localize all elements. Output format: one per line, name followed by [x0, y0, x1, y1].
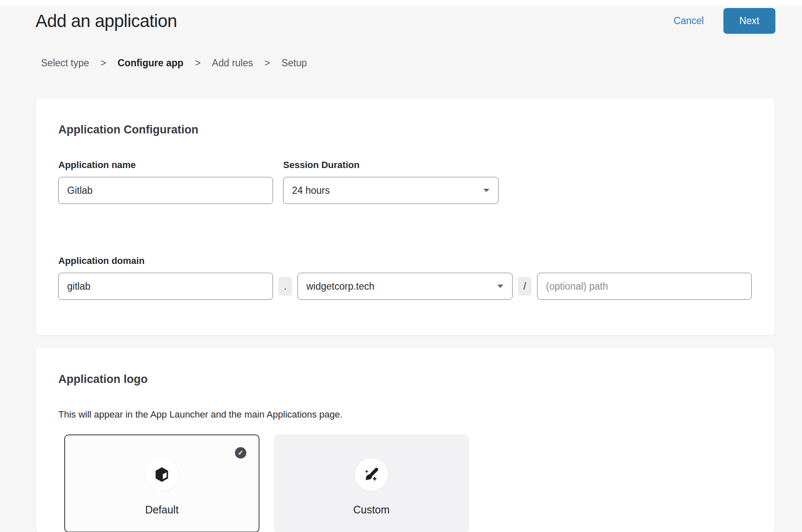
- session-duration-select[interactable]: 24 hours: [283, 177, 499, 204]
- page-title: Add an application: [35, 11, 177, 31]
- cancel-button[interactable]: Cancel: [674, 15, 704, 27]
- session-duration-value: 24 hours: [292, 185, 330, 196]
- application-name-input[interactable]: [58, 177, 273, 204]
- application-configuration-card: Application Configuration Application na…: [35, 98, 775, 336]
- application-logo-card: Application logo This will appear in the…: [35, 347, 775, 532]
- selected-check-icon: ✓: [235, 447, 246, 459]
- breadcrumb-separator: >: [101, 57, 106, 69]
- breadcrumb-step-setup[interactable]: Setup: [281, 57, 307, 69]
- application-domain-row: . widgetcorp.tech /: [58, 266, 753, 300]
- paintbrush-icon: [363, 466, 380, 483]
- chevron-down-icon: [497, 284, 504, 288]
- custom-logo-circle: [355, 458, 388, 491]
- domain-select-value: widgetcorp.tech: [306, 281, 374, 292]
- cube-icon: [153, 466, 171, 483]
- slash-separator: /: [518, 277, 532, 296]
- path-input[interactable]: [537, 273, 752, 300]
- name-duration-row: Application name Session Duration 24 hou…: [58, 160, 753, 204]
- subdomain-input[interactable]: [58, 273, 273, 300]
- breadcrumb-step-add-rules[interactable]: Add rules: [212, 57, 253, 69]
- dot-separator: .: [278, 277, 292, 296]
- logo-option-label: Custom: [353, 504, 390, 516]
- session-duration-field: Session Duration 24 hours: [283, 160, 499, 204]
- next-button[interactable]: Next: [723, 8, 775, 34]
- header-actions: Cancel Next: [674, 8, 775, 34]
- breadcrumb: Select type > Configure app > Add rules …: [41, 57, 775, 69]
- breadcrumb-separator: >: [265, 57, 270, 69]
- breadcrumb-step-select-type[interactable]: Select type: [41, 57, 89, 69]
- top-white-strip: [0, 0, 802, 5]
- breadcrumb-separator: >: [195, 57, 200, 69]
- domain-select[interactable]: widgetcorp.tech: [297, 273, 513, 300]
- session-duration-label: Session Duration: [283, 160, 499, 171]
- breadcrumb-step-configure-app[interactable]: Configure app: [117, 57, 183, 69]
- application-name-field: Application name: [58, 160, 273, 204]
- application-name-label: Application name: [58, 160, 273, 171]
- page-header: Add an application Cancel Next: [35, 8, 775, 34]
- logo-option-label: Default: [145, 504, 178, 516]
- default-logo-circle: [145, 458, 178, 491]
- add-application-page: Add an application Cancel Next Select ty…: [0, 8, 802, 532]
- application-domain-label: Application domain: [58, 255, 753, 266]
- application-logo-heading: Application logo: [58, 373, 753, 386]
- logo-option-tiles: ✓ Default C: [64, 434, 753, 532]
- chevron-down-icon: [483, 188, 490, 193]
- logo-option-default[interactable]: ✓ Default: [64, 434, 259, 532]
- application-logo-description: This will appear in the App Launcher and…: [58, 409, 753, 420]
- application-configuration-heading: Application Configuration: [58, 123, 753, 136]
- logo-option-custom[interactable]: Custom: [274, 434, 469, 532]
